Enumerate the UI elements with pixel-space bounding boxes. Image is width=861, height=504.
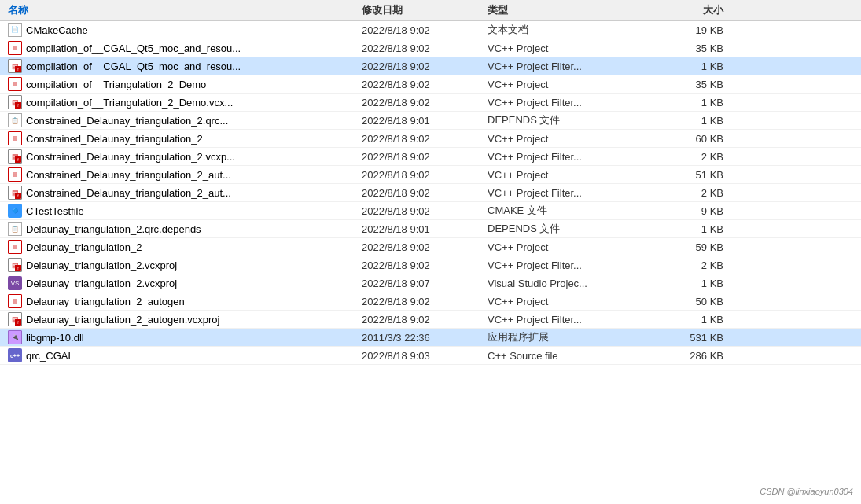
file-date: 2022/8/18 9:02	[362, 169, 488, 181]
table-row[interactable]: ▤ f Delaunay_triangulation_2_autogen.vcx…	[0, 311, 861, 329]
file-size: 50 KB	[660, 296, 739, 307]
file-name-text: Delaunay_triangulation_2_autogen	[26, 296, 185, 307]
file-date: 2022/8/18 9:02	[362, 24, 488, 36]
file-name-text: Delaunay_triangulation_2.vcxproj	[26, 259, 177, 271]
file-type: VC++ Project	[488, 42, 660, 54]
file-date: 2011/3/3 22:36	[362, 332, 488, 344]
file-type: VC++ Project	[488, 241, 660, 253]
file-type: VC++ Project Filter...	[488, 97, 660, 109]
file-name-text: libgmp-10.dll	[26, 332, 84, 344]
vcxproj-icon: ▤	[8, 131, 22, 145]
table-row[interactable]: ▤ f Constrained_Delaunay_triangulation_2…	[0, 184, 861, 202]
file-size: 59 KB	[660, 241, 739, 253]
table-row[interactable]: ▤ f compilation_of__Triangulation_2_Demo…	[0, 94, 861, 112]
file-name-cell: ▤ f compilation_of__Triangulation_2_Demo…	[0, 95, 362, 109]
file-size: 19 KB	[660, 24, 739, 36]
file-name-cell: ▤ Delaunay_triangulation_2_autogen	[0, 294, 362, 308]
file-name-text: Delaunay_triangulation_2	[26, 241, 142, 253]
file-name-cell: ▤ compilation_of__Triangulation_2_Demo	[0, 77, 362, 91]
table-row[interactable]: VS Delaunay_triangulation_2.vcxproj 2022…	[0, 274, 861, 292]
file-name-cell: ▤ compilation_of__CGAL_Qt5_moc_and_resou…	[0, 41, 362, 55]
table-row[interactable]: 📋 Delaunay_triangulation_2.qrc.depends 2…	[0, 220, 861, 238]
table-row[interactable]: ▤ compilation_of__CGAL_Qt5_moc_and_resou…	[0, 39, 861, 57]
file-name-cell: ▤ f compilation_of__CGAL_Qt5_moc_and_res…	[0, 59, 362, 73]
file-size: 9 KB	[660, 205, 739, 217]
filter-icon: ▤ f	[8, 312, 22, 326]
file-name-text: Delaunay_triangulation_2.qrc.depends	[26, 223, 201, 235]
file-type: VC++ Project	[488, 169, 660, 181]
file-size: 1 KB	[660, 97, 739, 109]
table-row[interactable]: ▤ f Delaunay_triangulation_2.vcxproj 202…	[0, 256, 861, 274]
file-name-text: CMakeCache	[26, 24, 88, 36]
file-size: 1 KB	[660, 61, 739, 72]
table-row[interactable]: 📄 CMakeCache 2022/8/18 9:02 文本文档 19 KB	[0, 21, 861, 39]
file-type: VC++ Project Filter...	[488, 151, 660, 163]
filter-icon: ▤ f	[8, 59, 22, 73]
file-size: 1 KB	[660, 115, 739, 127]
cmake-icon: 🔷	[8, 204, 22, 218]
file-name-cell: 📋 Constrained_Delaunay_triangulation_2.q…	[0, 113, 362, 127]
table-row[interactable]: 🔷 CTestTestfile 2022/8/18 9:02 CMAKE 文件 …	[0, 202, 861, 220]
file-name-cell: ▤ f Delaunay_triangulation_2.vcxproj	[0, 258, 362, 272]
table-row[interactable]: c++ qrc_CGAL 2022/8/18 9:03 C++ Source f…	[0, 347, 861, 365]
header-name[interactable]: 名称	[0, 3, 362, 17]
file-size: 35 KB	[660, 42, 739, 54]
file-size: 60 KB	[660, 133, 739, 145]
table-row[interactable]: ▤ f Constrained_Delaunay_triangulation_2…	[0, 148, 861, 166]
file-name-text: Constrained_Delaunay_triangulation_2.qrc…	[26, 115, 228, 127]
header-type[interactable]: 类型	[488, 3, 660, 17]
file-type: DEPENDS 文件	[488, 222, 660, 236]
file-size: 1 KB	[660, 278, 739, 289]
file-size: 2 KB	[660, 259, 739, 271]
table-row[interactable]: ▤ Delaunay_triangulation_2 2022/8/18 9:0…	[0, 238, 861, 256]
file-name-text: Constrained_Delaunay_triangulation_2	[26, 133, 203, 145]
file-date: 2022/8/18 9:02	[362, 42, 488, 54]
header-date[interactable]: 修改日期	[362, 3, 488, 17]
file-name-cell: 🔷 CTestTestfile	[0, 204, 362, 218]
vcxproj-icon: ▤	[8, 41, 22, 55]
filter-icon: ▤ f	[8, 149, 22, 164]
depends-icon: 📋	[8, 113, 22, 127]
filter-icon: ▤ f	[8, 186, 22, 200]
file-name-cell: 📋 Delaunay_triangulation_2.qrc.depends	[0, 222, 362, 236]
table-row[interactable]: ▤ Constrained_Delaunay_triangulation_2_a…	[0, 166, 861, 184]
file-type: VC++ Project	[488, 296, 660, 307]
file-type: VC++ Project Filter...	[488, 314, 660, 326]
file-date: 2022/8/18 9:02	[362, 296, 488, 307]
file-date: 2022/8/18 9:03	[362, 350, 488, 362]
header-size[interactable]: 大小	[660, 3, 739, 17]
file-size: 1 KB	[660, 314, 739, 326]
file-name-cell: 🔌 libgmp-10.dll	[0, 330, 362, 344]
file-type: Visual Studio Projec...	[488, 278, 660, 289]
file-date: 2022/8/18 9:02	[362, 79, 488, 90]
table-row[interactable]: ▤ Delaunay_triangulation_2_autogen 2022/…	[0, 292, 861, 311]
file-size: 35 KB	[660, 79, 739, 90]
file-date: 2022/8/18 9:02	[362, 187, 488, 199]
file-type: VC++ Project Filter...	[488, 187, 660, 199]
vcxproj-icon: ▤	[8, 167, 22, 182]
dll-icon: 🔌	[8, 330, 22, 344]
table-row[interactable]: ▤ Constrained_Delaunay_triangulation_2 2…	[0, 130, 861, 148]
table-row[interactable]: ▤ compilation_of__Triangulation_2_Demo 2…	[0, 75, 861, 94]
file-list: 名称 修改日期 类型 大小 📄 CMakeCache 2022/8/18 9:0…	[0, 0, 861, 365]
file-date: 2022/8/18 9:02	[362, 205, 488, 217]
file-size: 2 KB	[660, 151, 739, 163]
file-date: 2022/8/18 9:02	[362, 314, 488, 326]
vs-icon: VS	[8, 276, 22, 290]
file-name-text: Delaunay_triangulation_2_autogen.vcxproj	[26, 314, 219, 326]
file-name-cell: VS Delaunay_triangulation_2.vcxproj	[0, 276, 362, 290]
file-name-text: Constrained_Delaunay_triangulation_2.vcx…	[26, 151, 235, 163]
file-name-cell: ▤ f Delaunay_triangulation_2_autogen.vcx…	[0, 312, 362, 326]
file-type: DEPENDS 文件	[488, 113, 660, 127]
file-name-cell: 📄 CMakeCache	[0, 23, 362, 37]
table-row[interactable]: 📋 Constrained_Delaunay_triangulation_2.q…	[0, 112, 861, 130]
file-type: C++ Source file	[488, 350, 660, 362]
file-date: 2022/8/18 9:02	[362, 133, 488, 145]
file-rows-container: 📄 CMakeCache 2022/8/18 9:02 文本文档 19 KB ▤…	[0, 21, 861, 365]
table-row[interactable]: 🔌 libgmp-10.dll 2011/3/3 22:36 应用程序扩展 53…	[0, 329, 861, 347]
cpp-icon: c++	[8, 348, 22, 362]
file-name-cell: ▤ f Constrained_Delaunay_triangulation_2…	[0, 149, 362, 164]
file-date: 2022/8/18 9:01	[362, 223, 488, 235]
file-name-text: compilation_of__Triangulation_2_Demo.vcx…	[26, 97, 233, 109]
table-row[interactable]: ▤ f compilation_of__CGAL_Qt5_moc_and_res…	[0, 57, 861, 75]
